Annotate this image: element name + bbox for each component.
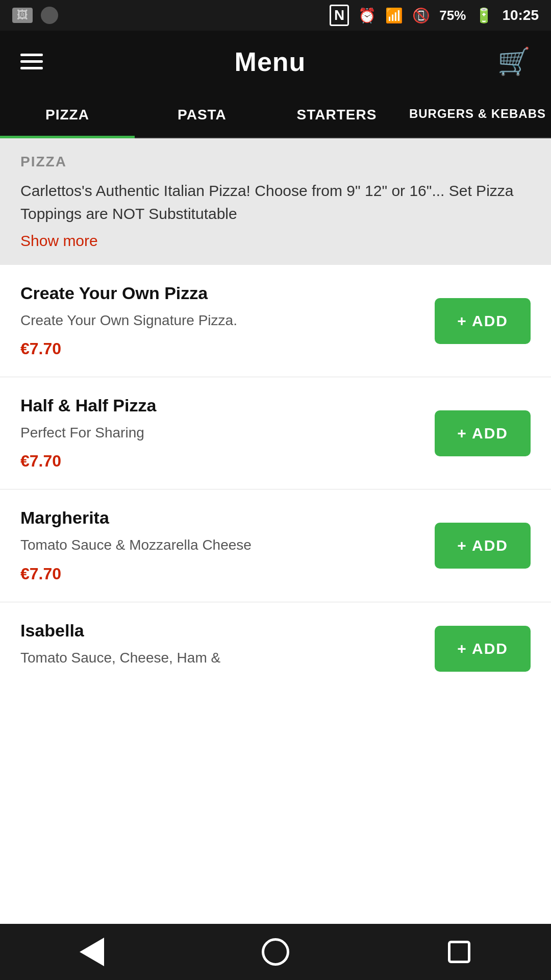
menu-item: Margherita Tomato Sauce & Mozzarella Che…	[0, 489, 551, 602]
menu-item-description: Tomato Sauce & Mozzarella Cheese	[20, 535, 419, 555]
photo-icon: 🖼	[12, 8, 33, 23]
menu-item-content: Create Your Own Pizza Create Your Own Si…	[20, 283, 435, 358]
tab-burgers[interactable]: BURGERS & KEBABS	[404, 92, 551, 137]
menu-item-price: €7.70	[20, 565, 419, 583]
circle-icon	[41, 7, 58, 24]
recent-button[interactable]	[444, 937, 474, 967]
cart-button[interactable]: 🛒	[497, 46, 531, 77]
menu-item-name: Isabella	[20, 621, 419, 641]
menu-item-content: Isabella Tomato Sauce, Cheese, Ham &	[20, 621, 435, 677]
alarm-icon: ⏰	[358, 7, 376, 24]
add-item-button[interactable]: + ADD	[435, 298, 531, 344]
tab-navigation: PIZZA PASTA STARTERS BURGERS & KEBABS	[0, 92, 551, 138]
tab-starters[interactable]: STARTERS	[269, 92, 404, 137]
tab-pasta[interactable]: PASTA	[135, 92, 269, 137]
menu-item-name: Create Your Own Pizza	[20, 283, 419, 303]
add-item-button[interactable]: + ADD	[435, 523, 531, 569]
status-bar: 🖼 N ⏰ 📶 📵 75% 🔋 10:25	[0, 0, 551, 31]
menu-item-name: Margherita	[20, 508, 419, 528]
add-item-button[interactable]: + ADD	[435, 410, 531, 456]
section-description: Carlettos's Authentic Italian Pizza! Cho…	[20, 179, 531, 225]
battery-icon: 🔋	[475, 7, 493, 24]
back-button[interactable]	[77, 937, 107, 967]
menu-item: Half & Half Pizza Perfect For Sharing €7…	[0, 377, 551, 489]
menu-item-description: Perfect For Sharing	[20, 423, 419, 443]
add-item-button[interactable]: + ADD	[435, 626, 531, 672]
clock: 10:25	[502, 7, 539, 23]
menu-item-description: Tomato Sauce, Cheese, Ham &	[20, 648, 419, 668]
wifi-icon: 📶	[385, 7, 403, 24]
menu-item-price: €7.70	[20, 339, 419, 358]
status-bar-right: N ⏰ 📶 📵 75% 🔋 10:25	[330, 5, 539, 26]
menu-item: Create Your Own Pizza Create Your Own Si…	[0, 265, 551, 377]
tab-pizza[interactable]: PIZZA	[0, 92, 135, 137]
menu-list: Create Your Own Pizza Create Your Own Si…	[0, 265, 551, 924]
app-header: Menu 🛒	[0, 31, 551, 92]
page-title: Menu	[235, 46, 306, 77]
menu-item-content: Half & Half Pizza Perfect For Sharing €7…	[20, 396, 435, 471]
home-button[interactable]	[260, 937, 291, 967]
section-header: PIZZA Carlettos's Authentic Italian Pizz…	[0, 138, 551, 265]
menu-item-name: Half & Half Pizza	[20, 396, 419, 415]
menu-item-description: Create Your Own Signature Pizza.	[20, 310, 419, 330]
status-bar-left: 🖼	[12, 7, 58, 24]
menu-item: Isabella Tomato Sauce, Cheese, Ham & + A…	[0, 602, 551, 682]
nfc-icon: N	[330, 5, 349, 26]
battery-level: 75%	[439, 8, 466, 23]
show-more-button[interactable]: Show more	[20, 232, 531, 250]
menu-item-content: Margherita Tomato Sauce & Mozzarella Che…	[20, 508, 435, 583]
menu-item-price: €7.70	[20, 452, 419, 471]
section-title: PIZZA	[20, 154, 531, 170]
bottom-navigation	[0, 924, 551, 980]
sim-icon: 📵	[412, 7, 430, 24]
hamburger-menu-button[interactable]	[20, 54, 43, 69]
